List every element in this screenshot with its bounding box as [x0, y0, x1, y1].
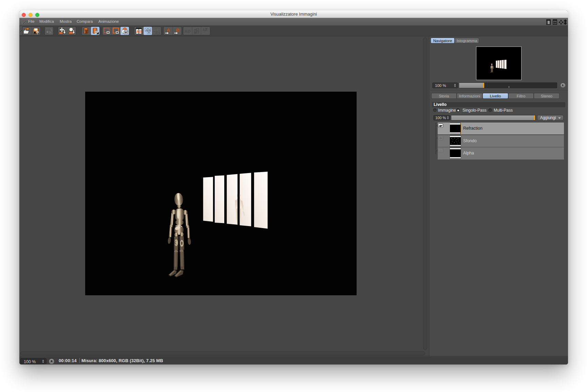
svg-text:B: B [149, 28, 151, 31]
svg-text:AB: AB [203, 28, 207, 32]
svg-text:A: A [146, 28, 148, 31]
svg-text:A: A [185, 29, 187, 33]
svg-text:A: A [136, 29, 139, 33]
svg-text:B: B [139, 29, 142, 33]
svg-text:B: B [194, 31, 196, 34]
svg-text:?: ? [36, 30, 39, 35]
